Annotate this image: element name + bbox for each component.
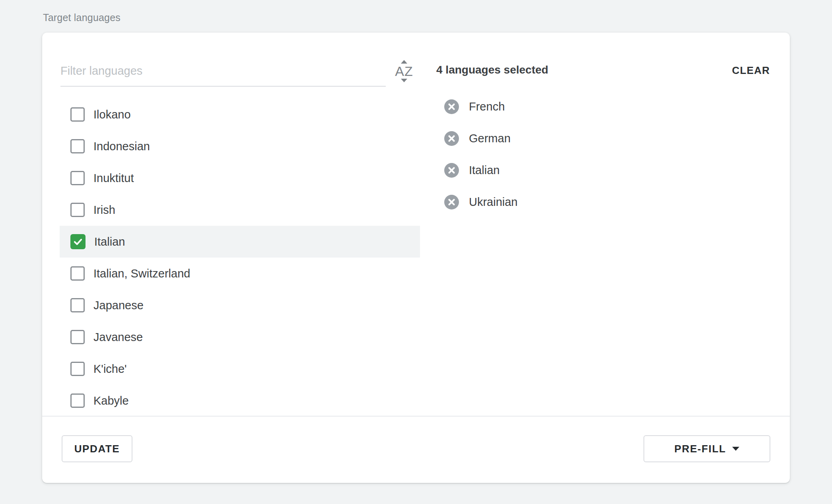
language-row-italian-switzerland[interactable]: Italian, Switzerland	[60, 258, 420, 289]
filter-field-wrap	[60, 56, 386, 87]
language-row-italian-selected[interactable]: Italian	[60, 226, 420, 258]
checkbox-unchecked-icon[interactable]	[70, 298, 85, 312]
language-label: Ilokano	[93, 108, 131, 121]
sort-az-letters: AZ	[395, 64, 413, 78]
language-row-kabyle[interactable]: Kabyle	[60, 385, 420, 416]
language-label: Inuktitut	[93, 172, 134, 185]
prefill-button[interactable]: PRE-FILL	[643, 435, 770, 462]
remove-icon[interactable]	[444, 99, 459, 114]
language-label: Javanese	[93, 331, 143, 344]
footer-divider	[42, 416, 790, 417]
selected-language-ukrainian: Ukrainian	[444, 186, 518, 218]
sort-up-arrow-icon	[401, 60, 407, 64]
selected-language-label: French	[469, 100, 505, 113]
checkbox-unchecked-icon[interactable]	[70, 139, 85, 153]
page-title: Target languages	[43, 12, 121, 23]
language-label: Irish	[93, 204, 115, 217]
selected-language-label: German	[469, 132, 511, 145]
checkbox-unchecked-icon[interactable]	[70, 362, 85, 376]
prefill-button-label: PRE-FILL	[675, 443, 726, 455]
language-list: Ilokano Indonesian Inuktitut Irish Itali…	[60, 99, 420, 416]
filter-languages-input[interactable]	[60, 56, 386, 86]
checkbox-unchecked-icon[interactable]	[70, 107, 85, 122]
sort-alphabetical-icon[interactable]: AZ	[389, 53, 419, 89]
language-row-japanese[interactable]: Japanese	[60, 289, 420, 321]
remove-icon[interactable]	[444, 163, 459, 178]
language-label: K'iche'	[93, 362, 127, 376]
language-row-ilokano[interactable]: Ilokano	[60, 99, 420, 130]
language-row-javanese[interactable]: Javanese	[60, 321, 420, 353]
language-label: Italian	[94, 235, 125, 248]
selected-language-label: Ukrainian	[469, 196, 518, 209]
sort-down-arrow-icon	[401, 79, 407, 82]
update-button[interactable]: UPDATE	[62, 435, 132, 462]
selected-language-german: German	[444, 122, 518, 154]
checkbox-unchecked-icon[interactable]	[70, 171, 85, 185]
language-row-irish[interactable]: Irish	[60, 194, 420, 226]
checkbox-unchecked-icon[interactable]	[70, 203, 85, 217]
chevron-down-icon	[732, 447, 739, 451]
language-row-inuktitut[interactable]: Inuktitut	[60, 162, 420, 194]
language-label: Italian, Switzerland	[93, 267, 190, 280]
checkbox-unchecked-icon[interactable]	[70, 330, 85, 344]
checkbox-unchecked-icon[interactable]	[70, 266, 85, 281]
remove-icon[interactable]	[444, 131, 459, 146]
language-label: Indonesian	[93, 140, 150, 153]
target-languages-card: AZ Ilokano Indonesian Inuktitut Irish It…	[42, 33, 790, 483]
selected-count-header: 4 languages selected	[436, 64, 548, 76]
checkbox-unchecked-icon[interactable]	[70, 394, 85, 408]
clear-button[interactable]: CLEAR	[732, 64, 770, 77]
language-row-kiche[interactable]: K'iche'	[60, 353, 420, 385]
update-button-label: UPDATE	[74, 443, 120, 455]
selected-language-french: French	[444, 91, 518, 122]
selected-language-label: Italian	[469, 164, 500, 177]
language-label: Kabyle	[93, 394, 129, 407]
selected-language-list: French German Italian Ukrainian	[444, 91, 518, 218]
checkbox-checked-icon[interactable]	[70, 234, 86, 249]
selected-language-italian: Italian	[444, 154, 518, 186]
remove-icon[interactable]	[444, 195, 459, 209]
language-row-indonesian[interactable]: Indonesian	[60, 130, 420, 162]
language-label: Japanese	[93, 299, 144, 312]
